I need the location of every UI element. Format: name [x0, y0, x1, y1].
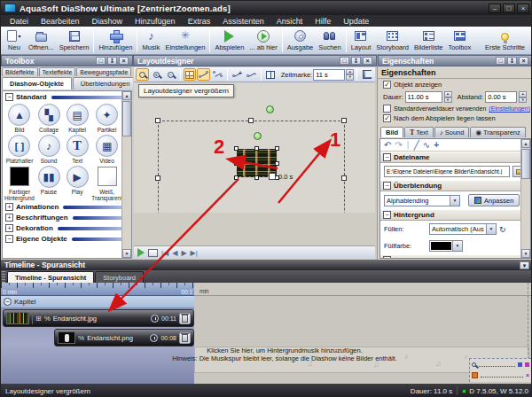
- object-video[interactable]: ▦Video: [91, 133, 122, 164]
- scroll-thumb[interactable]: [122, 101, 131, 136]
- default-duration-checkbox-row[interactable]: Standardverweildauer verwenden (Einstell…: [378, 103, 532, 113]
- search-button[interactable]: Suchen: [316, 28, 343, 52]
- zoom-out-button[interactable]: -: [164, 68, 177, 81]
- resize-handle[interactable]: [341, 118, 347, 123]
- panel-pin-icon[interactable]: ↧: [107, 57, 117, 65]
- music-button[interactable]: ♪ Musik: [139, 28, 162, 52]
- tab-text[interactable]: TText: [404, 127, 434, 137]
- minimize-icon[interactable]: –: [489, 4, 501, 13]
- zoom-slider-scale[interactable]: [481, 374, 523, 378]
- resize-handle[interactable]: [155, 175, 160, 181]
- move-path-button[interactable]: [211, 68, 224, 81]
- menu-ansicht[interactable]: Ansicht: [270, 17, 309, 26]
- checkbox-checked-icon[interactable]: ✓: [383, 114, 391, 122]
- dauer-spinner[interactable]: ▲▼: [444, 91, 452, 103]
- object-collage[interactable]: ▚Collage: [35, 102, 63, 133]
- resize-handle[interactable]: [155, 118, 160, 123]
- image-handle[interactable]: [234, 175, 239, 180]
- image-handle[interactable]: [234, 146, 239, 151]
- panel-pin-icon[interactable]: ↧: [507, 57, 517, 65]
- track-endansicht-jpg[interactable]: ⊞ % Endansicht.jpg 00:11: [3, 309, 194, 327]
- object-text[interactable]: TText: [63, 133, 91, 164]
- menu-update[interactable]: Update: [337, 17, 375, 26]
- magnifier-icon[interactable]: [472, 362, 476, 367]
- save-button[interactable]: Speichern: [57, 28, 92, 52]
- imagelist-view-button[interactable]: Bilderliste: [411, 28, 446, 52]
- first-steps-button[interactable]: Erste Schritte: [482, 28, 528, 52]
- collapse-icon[interactable]: −: [5, 235, 13, 243]
- image-handle[interactable]: [275, 146, 279, 151]
- undo-icon[interactable]: ↶: [384, 140, 391, 150]
- section-hintergrund[interactable]: − Hintergrund: [380, 209, 530, 221]
- panel-maximize-icon[interactable]: □: [340, 57, 349, 65]
- open-button[interactable]: Öffnen...: [26, 28, 57, 52]
- zeitmarke-spinner[interactable]: ▲▼: [346, 69, 354, 81]
- object-pause[interactable]: ▮▮Pause: [35, 164, 63, 201]
- timeline-ruler[interactable]: 0 min 00:1: [1, 283, 194, 296]
- motion-path-icon[interactable]: %: [44, 315, 51, 323]
- dateiname-input[interactable]: [384, 166, 510, 177]
- panel-maximize-icon[interactable]: □: [496, 57, 505, 65]
- tab-timeline-spuransicht[interactable]: Timeline - Spuransicht: [7, 271, 94, 283]
- tab-transparenz[interactable]: ◉Transparenz: [470, 127, 525, 137]
- add-icon[interactable]: +: [434, 140, 439, 150]
- panel-menu-icon[interactable]: ▾: [520, 261, 529, 269]
- step-forward-icon[interactable]: ▶: [181, 249, 186, 257]
- save-layout-button[interactable]: [360, 68, 373, 81]
- motion-path-icon[interactable]: %: [78, 334, 84, 342]
- play-from-here-button[interactable]: ... ab hier: [246, 28, 279, 52]
- color-picker[interactable]: ▼: [429, 240, 463, 252]
- close-icon[interactable]: ×: [517, 4, 529, 13]
- expand-icon[interactable]: +: [5, 214, 13, 222]
- path-icon[interactable]: ∿: [423, 140, 430, 150]
- section-position[interactable]: − Position: [380, 254, 530, 259]
- tab-bild[interactable]: Bild: [380, 127, 403, 137]
- keep-after-play-checkbox-row[interactable]: ✓ Nach dem Abspielen liegen lassen: [378, 113, 532, 122]
- collapse-icon[interactable]: −: [383, 256, 391, 259]
- show-object-checkbox-row[interactable]: ✓ Objekt anzeigen: [378, 79, 532, 89]
- einstellungen-link[interactable]: (Einstellungen): [489, 105, 530, 112]
- delete-track-button[interactable]: [179, 313, 191, 324]
- output-button[interactable]: Ausgabe: [285, 28, 317, 52]
- kapitel-header[interactable]: − Kapitel: [1, 296, 194, 308]
- abstand-spinner[interactable]: ▲▼: [519, 91, 527, 103]
- collapse-icon[interactable]: −: [383, 182, 391, 190]
- edit-image-icon[interactable]: ⊞: [35, 315, 42, 323]
- object-partikel[interactable]: ✦Partikel: [91, 102, 122, 133]
- section-ueberblendung[interactable]: − Überblendung: [380, 180, 530, 191]
- section-dekoration[interactable]: + Dekoration: [3, 222, 131, 233]
- scroll-up-icon[interactable]: ▲: [521, 139, 530, 148]
- section-standard[interactable]: − Standard: [3, 91, 131, 102]
- zeitmarke-input[interactable]: [313, 69, 345, 81]
- settings-button[interactable]: ✳ Einstellungen: [162, 28, 207, 52]
- fuellen-combobox[interactable]: Automatisch (Aus ▼: [429, 223, 497, 235]
- scroll-down-icon[interactable]: ▼: [521, 249, 530, 258]
- skip-start-icon[interactable]: |◀: [161, 249, 168, 257]
- blue-marker-icon[interactable]: [518, 362, 522, 367]
- tab-texteffekte[interactable]: Texteffekte: [39, 67, 76, 76]
- spin-down-icon[interactable]: ▼: [444, 97, 452, 104]
- properties-scrollbar[interactable]: ▲ ▼: [520, 139, 530, 258]
- image-handle[interactable]: [254, 175, 259, 180]
- play-button[interactable]: Abspielen: [212, 28, 246, 52]
- drag-grip[interactable]: [2, 271, 5, 283]
- toolbox-scrollbar[interactable]: ▲ ▼: [121, 91, 131, 258]
- preview-monitor-icon[interactable]: [148, 249, 158, 257]
- skip-end-icon[interactable]: ▶|: [191, 249, 198, 257]
- panel-close-icon[interactable]: ×: [119, 57, 129, 65]
- track-endansicht-png[interactable]: % Endansicht.png 00:08: [54, 329, 194, 346]
- tab-bewegungspfade[interactable]: Bewegungspfade: [76, 67, 131, 76]
- expand-icon[interactable]: +: [5, 224, 13, 232]
- menu-hilfe[interactable]: Hilfe: [309, 17, 337, 26]
- step-back-icon[interactable]: ◀: [172, 249, 177, 257]
- layout-canvas[interactable]: 0.0 s: [134, 82, 375, 213]
- object-bild[interactable]: ▲Bild: [4, 102, 35, 133]
- magenta-marker-icon[interactable]: [525, 362, 529, 367]
- spin-down-icon[interactable]: ▼: [519, 97, 527, 104]
- preview-play-icon[interactable]: [137, 248, 145, 257]
- panel-pin-icon[interactable]: ↧: [351, 57, 361, 65]
- section-beschriftungen[interactable]: + Beschriftungen: [3, 212, 131, 222]
- scroll-thumb[interactable]: [521, 149, 530, 179]
- add-button[interactable]: Hinzufügen: [96, 28, 135, 52]
- image-handle[interactable]: [254, 146, 259, 151]
